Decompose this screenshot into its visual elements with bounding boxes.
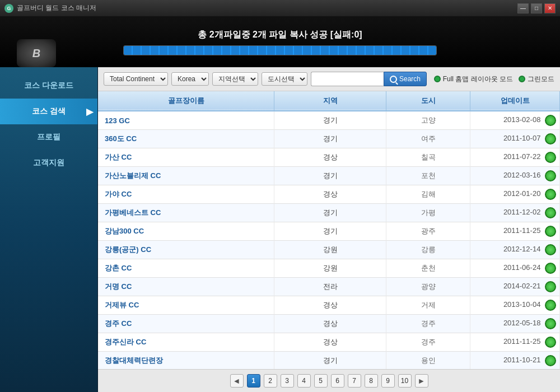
cell-update: 2011-07-22 bbox=[470, 148, 560, 167]
cell-name: 강촌 CC bbox=[98, 259, 274, 278]
cell-update: 2011-11-25 bbox=[470, 333, 560, 352]
sidebar-item-course-search[interactable]: 코스 검색 ▶ bbox=[0, 99, 97, 124]
cell-region: 경기 bbox=[274, 352, 386, 370]
cell-region: 경기 bbox=[274, 167, 386, 185]
cell-update: 2011-11-25 bbox=[470, 222, 560, 241]
table-row[interactable]: 경찰대체력단련장 경기 용인 2011-10-21 bbox=[98, 352, 560, 370]
sidebar-item-course-download[interactable]: 코스 다운로드 bbox=[0, 73, 97, 99]
page-10-button[interactable]: 10 bbox=[398, 374, 412, 388]
download-button[interactable] bbox=[545, 263, 556, 274]
table-row[interactable]: 경주 CC 경상 경주 2012-05-18 bbox=[98, 315, 560, 333]
download-button[interactable] bbox=[545, 115, 556, 126]
page-5-button[interactable]: 5 bbox=[314, 374, 328, 388]
title-bar-text: 골프버디 월드 코스 매니저 bbox=[17, 3, 96, 13]
page-3-button[interactable]: 3 bbox=[281, 374, 294, 388]
page-2-button[interactable]: 2 bbox=[264, 374, 277, 388]
cell-name: 경찰대체력단련장 bbox=[98, 352, 274, 370]
prev-page-button[interactable]: ◄ bbox=[230, 374, 244, 388]
table-row[interactable]: 가산 CC 경상 칠곡 2011-07-22 bbox=[98, 148, 560, 167]
table-row[interactable]: 강촌 CC 강원 춘천 2011-06-24 bbox=[98, 259, 560, 278]
download-button[interactable] bbox=[545, 318, 556, 329]
cell-city: 광양 bbox=[386, 278, 470, 296]
page-9-button[interactable]: 9 bbox=[381, 374, 395, 388]
page-8-button[interactable]: 8 bbox=[365, 374, 378, 388]
page-4-button[interactable]: 4 bbox=[297, 374, 311, 388]
table-row[interactable]: 경주신라 CC 경상 경주 2011-11-25 bbox=[98, 333, 560, 352]
next-page-button[interactable]: ► bbox=[415, 374, 428, 388]
cell-city: 강릉 bbox=[386, 241, 470, 259]
sidebar-item-profile[interactable]: 프로필 bbox=[0, 124, 97, 150]
progress-bar-fill bbox=[124, 46, 436, 55]
course-table: 골프장이름 지역 도시 업데이트 123 GC 경기 고양 2013-02-08… bbox=[98, 91, 560, 369]
sidebar: 코스 다운로드 코스 검색 ▶ 프로필 고객지원 bbox=[0, 67, 98, 392]
cell-name: 가야 CC bbox=[98, 185, 274, 204]
search-button[interactable]: Search bbox=[384, 72, 427, 86]
download-button[interactable] bbox=[545, 244, 556, 255]
sidebar-item-support[interactable]: 고객지원 bbox=[0, 150, 97, 176]
download-button[interactable] bbox=[545, 207, 556, 218]
table-row[interactable]: 가야 CC 경상 김해 2012-01-20 bbox=[98, 185, 560, 204]
cell-region: 경기 bbox=[274, 222, 386, 241]
cell-update: 2011-10-21 bbox=[470, 352, 560, 370]
sidebar-item-label: 고객지원 bbox=[33, 158, 64, 168]
download-button[interactable] bbox=[545, 189, 556, 200]
table-row[interactable]: 가산노블리제 CC 경기 포천 2012-03-16 bbox=[98, 167, 560, 185]
title-bar-controls: — □ ✕ bbox=[517, 3, 556, 13]
table-row[interactable]: 가평베네스트 CC 경기 가평 2011-12-02 bbox=[98, 204, 560, 222]
search-label: Search bbox=[399, 75, 421, 83]
table-row[interactable]: 강릉(공군) CC 강원 강릉 2012-12-14 bbox=[98, 241, 560, 259]
cell-city: 포천 bbox=[386, 167, 470, 185]
cell-city: 경주 bbox=[386, 315, 470, 333]
table-row[interactable]: 거명 CC 전라 광양 2014-02-21 bbox=[98, 278, 560, 296]
cell-update: 2013-02-08 bbox=[470, 111, 560, 130]
table-row[interactable]: 360도 CC 경기 여주 2011-10-07 bbox=[98, 130, 560, 148]
download-button[interactable] bbox=[545, 226, 556, 237]
cell-region: 강원 bbox=[274, 259, 386, 278]
download-button[interactable] bbox=[545, 152, 556, 163]
cell-region: 경상 bbox=[274, 148, 386, 167]
search-icon bbox=[390, 76, 397, 83]
toolbar-modes: Full 홈맵 레이아웃 모드 그린모드 bbox=[434, 74, 554, 84]
search-input[interactable] bbox=[311, 72, 384, 86]
cell-name: 123 GC bbox=[98, 111, 274, 130]
continent-select[interactable]: Total Continent bbox=[104, 72, 168, 86]
download-button[interactable] bbox=[545, 355, 556, 366]
table-row[interactable]: 강남300 CC 경기 광주 2011-11-25 bbox=[98, 222, 560, 241]
table-row[interactable]: 123 GC 경기 고양 2013-02-08 bbox=[98, 111, 560, 130]
city-select[interactable]: 도시선택 bbox=[262, 72, 307, 86]
page-7-button[interactable]: 7 bbox=[348, 374, 361, 388]
download-button[interactable] bbox=[545, 170, 556, 181]
green-mode[interactable]: 그린모드 bbox=[519, 74, 554, 84]
cell-update: 2012-05-18 bbox=[470, 315, 560, 333]
region-select[interactable]: 지역선택 bbox=[212, 72, 258, 86]
green-mode-dot bbox=[519, 76, 525, 82]
cell-region: 경기 bbox=[274, 111, 386, 130]
cell-update: 2011-10-07 bbox=[470, 130, 560, 148]
download-button[interactable] bbox=[545, 281, 556, 292]
cell-region: 경상 bbox=[274, 333, 386, 352]
cell-update: 2011-06-24 bbox=[470, 259, 560, 278]
page-1-button[interactable]: 1 bbox=[247, 374, 260, 388]
minimize-button[interactable]: — bbox=[517, 3, 529, 13]
logo-text: B bbox=[32, 47, 40, 60]
cell-update: 2013-10-04 bbox=[470, 296, 560, 315]
col-header-region: 지역 bbox=[274, 91, 386, 111]
download-button[interactable] bbox=[545, 133, 556, 144]
toolbar: Total Continent Korea 지역선택 도시선택 Search bbox=[98, 67, 560, 91]
cell-update: 2012-03-16 bbox=[470, 167, 560, 185]
download-button[interactable] bbox=[545, 300, 556, 311]
cell-city: 광주 bbox=[386, 222, 470, 241]
cell-region: 강원 bbox=[274, 241, 386, 259]
course-table-wrapper: 골프장이름 지역 도시 업데이트 123 GC 경기 고양 2013-02-08… bbox=[98, 91, 560, 369]
maximize-button[interactable]: □ bbox=[531, 3, 542, 13]
cell-city: 여주 bbox=[386, 130, 470, 148]
country-select[interactable]: Korea bbox=[171, 72, 209, 86]
cell-city: 경주 bbox=[386, 333, 470, 352]
page-6-button[interactable]: 6 bbox=[331, 374, 344, 388]
table-row[interactable]: 거제뷰 CC 경상 거제 2013-10-04 bbox=[98, 296, 560, 315]
full-layout-mode[interactable]: Full 홈맵 레이아웃 모드 bbox=[434, 74, 513, 84]
cell-city: 춘천 bbox=[386, 259, 470, 278]
download-button[interactable] bbox=[545, 337, 556, 348]
close-button[interactable]: ✕ bbox=[544, 3, 556, 13]
pagination: ◄ 1 2 3 4 5 6 7 8 9 10 ► bbox=[98, 369, 560, 392]
